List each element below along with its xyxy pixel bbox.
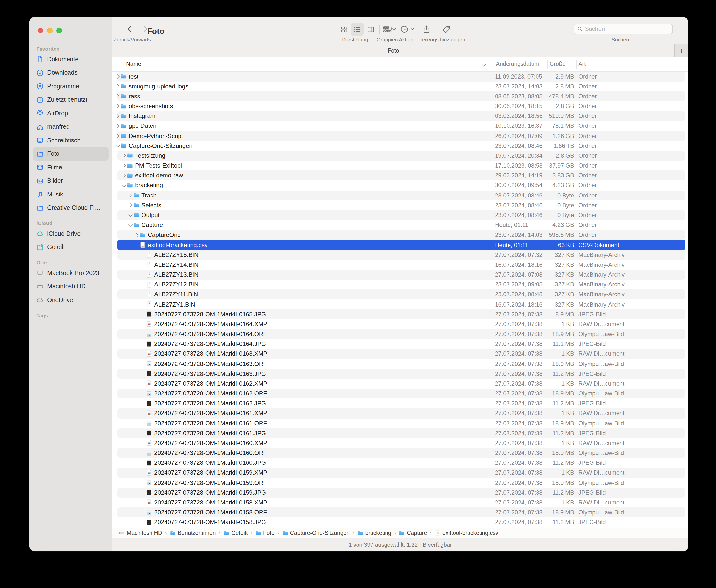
table-row[interactable]: 20240727-073728-OM-1MarkII-0165.JPG 27.0… — [112, 309, 688, 319]
sidebar-item[interactable]: AirDrop — [33, 107, 109, 120]
icon-view-button[interactable] — [338, 23, 351, 36]
path-item[interactable]: Foto › — [255, 530, 282, 536]
table-row[interactable]: rass 08.05.2023, 08:05 478.4 MB Ordner — [112, 91, 688, 101]
sidebar-item[interactable]: iCloud Drive — [33, 227, 109, 240]
column-divider[interactable] — [547, 60, 547, 68]
disclosure-chevron-icon[interactable] — [115, 125, 120, 127]
table-row[interactable]: 20240727-073728-OM-1MarkII-0158.JPG 27.0… — [112, 517, 688, 527]
table-row[interactable]: ALB27ZY15.BIN 27.07.2024, 07:32 327 KB M… — [112, 250, 688, 259]
search-field[interactable] — [573, 24, 673, 35]
disclosure-chevron-icon[interactable] — [122, 174, 127, 177]
group-button[interactable] — [382, 23, 396, 36]
column-date[interactable]: Änderungsdatum — [496, 61, 539, 67]
sidebar-item[interactable]: Geteilt — [33, 240, 109, 254]
minimize-button[interactable] — [47, 28, 52, 34]
disclosure-chevron-icon[interactable] — [115, 134, 120, 137]
tab-title[interactable]: Foto — [112, 44, 674, 57]
path-item[interactable]: Geteilt › — [223, 530, 255, 536]
new-tab-button[interactable]: + — [674, 44, 688, 57]
sidebar-item[interactable]: Foto — [33, 147, 109, 161]
table-row[interactable]: PM-Tests-Exiftool 17.10.2023, 08:53 87.9… — [112, 161, 688, 170]
disclosure-chevron-icon[interactable] — [122, 164, 127, 167]
path-item[interactable]: Capture-One-Sitzungen › — [282, 530, 357, 536]
path-item[interactable]: exiftool-bracketing.csv › — [435, 530, 506, 536]
disclosure-chevron-icon[interactable] — [128, 224, 133, 226]
tags-button[interactable] — [442, 23, 451, 36]
table-row[interactable]: 20240727-073728-OM-1MarkII-0163.JPG 27.0… — [112, 369, 688, 378]
disclosure-chevron-icon[interactable] — [122, 185, 127, 186]
sidebar-item[interactable]: Macintosh HD — [33, 280, 109, 293]
table-row[interactable]: gps-Daten 10.10.2023, 16:37 78.1 MB Ordn… — [112, 121, 688, 131]
table-row[interactable]: 20240727-073728-OM-1MarkII-0160.XMP 27.0… — [112, 438, 688, 448]
table-row[interactable]: Capture Heute, 01:11 4.23 GB Ordner — [112, 220, 688, 230]
table-row[interactable]: ALB27ZY13.BIN 27.07.2024, 07:08 327 KB M… — [112, 270, 688, 279]
table-row[interactable]: Trash 23.07.2024, 08:46 0 Byte Ordner — [112, 190, 688, 200]
table-row[interactable]: 20240727-073728-OM-1MarkII-0159.ORF 27.0… — [112, 478, 688, 487]
table-row[interactable]: Output 23.07.2024, 08:46 0 Byte Ordner — [112, 210, 688, 220]
disclosure-chevron-icon[interactable] — [122, 154, 127, 157]
table-row[interactable]: CaptureOne 23.07.2024, 14:03 598.6 MB Or… — [112, 230, 688, 240]
disclosure-chevron-icon[interactable] — [115, 95, 120, 98]
disclosure-chevron-icon[interactable] — [115, 75, 120, 78]
column-divider[interactable] — [576, 60, 577, 68]
table-row[interactable]: 20240727-073728-OM-1MarkII-0162.ORF 27.0… — [112, 388, 688, 398]
disclosure-chevron-icon[interactable] — [128, 194, 133, 197]
table-row[interactable]: 20240727-073728-OM-1MarkII-0159.XMP 27.0… — [112, 468, 688, 478]
disclosure-chevron-icon[interactable] — [115, 115, 120, 118]
back-button[interactable] — [124, 24, 135, 35]
column-name[interactable]: Name — [126, 61, 141, 67]
sidebar-item[interactable]: Dokumente — [33, 52, 109, 66]
table-row[interactable]: Capture-One-Sitzungen 23.07.2024, 08:46 … — [112, 141, 688, 151]
table-row[interactable]: 20240727-073728-OM-1MarkII-0161.ORF 27.0… — [112, 418, 688, 428]
table-row[interactable]: 20240727-073728-OM-1MarkII-0163.XMP 27.0… — [112, 349, 688, 359]
table-row[interactable]: 20240727-073728-OM-1MarkII-0158.ORF 27.0… — [112, 507, 688, 517]
disclosure-chevron-icon[interactable] — [128, 204, 133, 207]
table-row[interactable]: 20240727-073728-OM-1MarkII-0158.XMP 27.0… — [112, 498, 688, 507]
sidebar-item[interactable]: Bilder — [33, 174, 109, 188]
list-view-button[interactable] — [351, 23, 364, 36]
path-item[interactable]: Benutzer:innen › — [170, 530, 223, 536]
table-row[interactable]: Demo-Python-Script 26.07.2024, 07:09 1.2… — [112, 131, 688, 141]
sidebar-item[interactable]: MacBook Pro 2023 — [33, 266, 109, 280]
table-row[interactable]: obs-screenshots 30.05.2024, 18:15 2.8 GB… — [112, 101, 688, 111]
table-row[interactable]: 20240727-073728-OM-1MarkII-0164.JPG 27.0… — [112, 339, 688, 349]
sidebar-item[interactable]: Downloads — [33, 66, 109, 80]
sidebar-item[interactable]: OneDrive — [33, 293, 109, 307]
sidebar-item[interactable]: Schreibtisch — [33, 133, 109, 147]
disclosure-chevron-icon[interactable] — [115, 85, 120, 88]
action-button[interactable] — [400, 23, 414, 36]
table-row[interactable]: 20240727-073728-OM-1MarkII-0160.ORF 27.0… — [112, 448, 688, 458]
zoom-button[interactable] — [57, 28, 62, 34]
share-button[interactable] — [422, 23, 431, 36]
table-row[interactable]: smugmug-upload-logs 23.07.2024, 14:03 2.… — [112, 81, 688, 91]
column-view-button[interactable] — [364, 23, 377, 36]
path-item[interactable]: bracketing › — [357, 530, 399, 536]
column-kind[interactable]: Art — [579, 61, 586, 67]
sidebar-item[interactable]: manfred — [33, 120, 109, 133]
table-row[interactable]: exiftool-bracketing.csv Heute, 01:11 63 … — [112, 240, 688, 250]
disclosure-chevron-icon[interactable] — [115, 105, 120, 108]
table-row[interactable]: 20240727-073728-OM-1MarkII-0163.ORF 27.0… — [112, 359, 688, 369]
sidebar-item[interactable]: Musik — [33, 188, 109, 201]
disclosure-chevron-icon[interactable] — [115, 145, 120, 147]
table-row[interactable]: bracketing 30.07.2024, 09:54 4.23 GB Ord… — [112, 181, 688, 190]
table-row[interactable]: 20240727-073728-OM-1MarkII-0164.XMP 27.0… — [112, 319, 688, 329]
disclosure-chevron-icon[interactable] — [134, 234, 139, 236]
sidebar-item[interactable]: Creative Cloud Fi… — [33, 201, 109, 215]
table-row[interactable]: exiftool-demo-raw 29.03.2024, 14:19 3.83… — [112, 170, 688, 180]
table-row[interactable]: 20240727-073728-OM-1MarkII-0162.XMP 27.0… — [112, 379, 688, 388]
table-row[interactable]: ALB27ZY12.BIN 23.07.2024, 09:05 327 KB M… — [112, 279, 688, 289]
table-row[interactable]: test 11.09.2023, 07:05 2.9 MB Ordner — [112, 71, 688, 81]
close-button[interactable] — [38, 28, 43, 34]
table-row[interactable]: 20240727-073728-OM-1MarkII-0161.JPG 27.0… — [112, 428, 688, 438]
table-row[interactable]: 20240727-073728-OM-1MarkII-0161.XMP 27.0… — [112, 408, 688, 418]
sidebar-item[interactable]: Filme — [33, 161, 109, 174]
table-row[interactable]: Selects 23.07.2024, 08:46 0 Byte Ordner — [112, 200, 688, 210]
table-row[interactable]: 20240727-073728-OM-1MarkII-0164.ORF 27.0… — [112, 329, 688, 339]
table-row[interactable]: Testsitzung 19.07.2024, 20:34 2.8 GB Ord… — [112, 151, 688, 161]
table-row[interactable]: ALB27ZY11.BIN 23.07.2024, 08:48 327 KB M… — [112, 290, 688, 299]
table-row[interactable]: 20240727-073728-OM-1MarkII-0160.JPG 27.0… — [112, 458, 688, 468]
disclosure-chevron-icon[interactable] — [128, 214, 133, 216]
table-row[interactable]: ALB27ZY14.BIN 16.07.2024, 18:16 327 KB M… — [112, 260, 688, 270]
sidebar-item[interactable]: Programme — [33, 80, 109, 93]
